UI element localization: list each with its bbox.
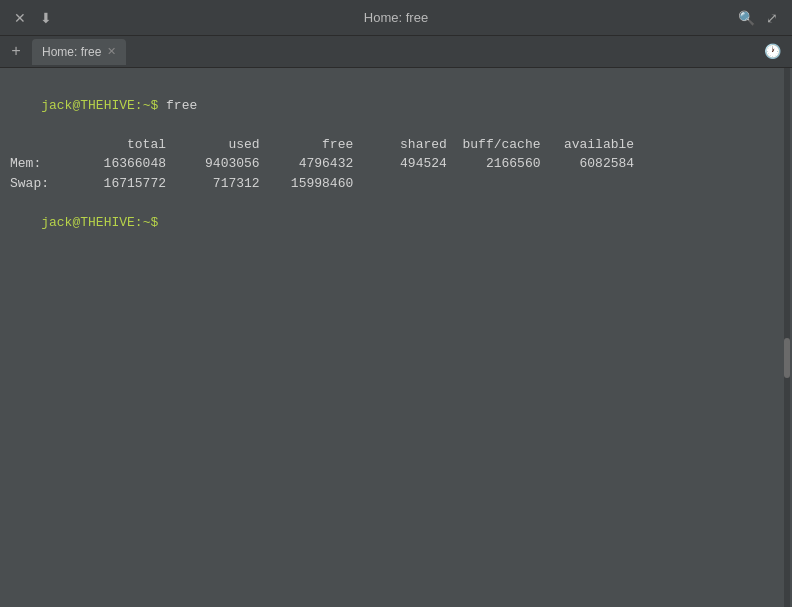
titlebar: ✕ ⬇ Home: free 🔍 ⤢	[0, 0, 792, 36]
terminal-swap-line: Swap: 16715772 717312 15998460	[10, 174, 782, 194]
titlebar-left: ✕ ⬇	[10, 8, 56, 28]
maximize-button[interactable]: ⤢	[762, 8, 782, 28]
scrollbar[interactable]	[784, 68, 790, 607]
prompt-user: jack@THEHIVE	[41, 98, 135, 113]
tab-close-button[interactable]: ✕	[107, 45, 116, 58]
search-button[interactable]: 🔍	[736, 8, 756, 28]
scrollbar-thumb[interactable]	[784, 338, 790, 378]
tabbar-right: 🕐	[760, 40, 784, 64]
tab-label: Home: free	[42, 45, 101, 59]
prompt2-sep: :~$	[135, 215, 166, 230]
terminal-prompt-line: jack@THEHIVE:~$ free	[10, 76, 782, 135]
window-title: Home: free	[364, 10, 428, 25]
terminal-mem-line: Mem: 16366048 9403056 4796432 494524 216…	[10, 154, 782, 174]
tab-home-free[interactable]: Home: free ✕	[32, 39, 126, 65]
terminal-area[interactable]: jack@THEHIVE:~$ free total used free sha…	[0, 68, 792, 607]
history-button[interactable]: 🕐	[760, 40, 784, 64]
tabbar: + Home: free ✕ 🕐	[0, 36, 792, 68]
terminal-header-line: total used free shared buff/cache availa…	[10, 135, 782, 155]
new-tab-button[interactable]: +	[4, 40, 28, 64]
titlebar-right: 🔍 ⤢	[736, 8, 782, 28]
terminal-command: free	[166, 98, 197, 113]
terminal-prompt2-line: jack@THEHIVE:~$	[10, 193, 782, 252]
prompt2-user: jack@THEHIVE	[41, 215, 135, 230]
download-button[interactable]: ⬇	[36, 8, 56, 28]
close-button[interactable]: ✕	[10, 8, 30, 28]
prompt-sep: :~$	[135, 98, 166, 113]
